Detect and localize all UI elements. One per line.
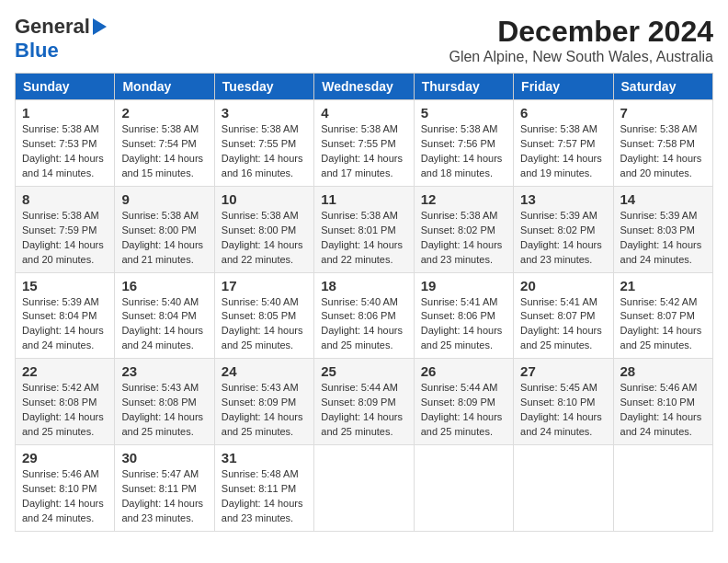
day-number: 4	[321, 105, 406, 121]
calendar-day-cell: 5Sunrise: 5:38 AMSunset: 7:56 PMDaylight…	[414, 100, 513, 187]
calendar-day-cell: 17Sunrise: 5:40 AMSunset: 8:05 PMDayligh…	[214, 272, 313, 359]
calendar-day-cell: 6Sunrise: 5:38 AMSunset: 7:57 PMDaylight…	[514, 100, 613, 187]
calendar-day-cell: 18Sunrise: 5:40 AMSunset: 8:06 PMDayligh…	[314, 272, 414, 359]
logo-blue: Blue	[15, 39, 59, 62]
day-number: 12	[421, 191, 506, 207]
day-info: Sunrise: 5:38 AMSunset: 7:54 PMDaylight:…	[121, 122, 207, 181]
day-info: Sunrise: 5:38 AMSunset: 7:57 PMDaylight:…	[520, 122, 606, 181]
day-info: Sunrise: 5:38 AMSunset: 8:01 PMDaylight:…	[321, 209, 406, 268]
day-number: 29	[22, 450, 108, 465]
day-info: Sunrise: 5:38 AMSunset: 8:00 PMDaylight:…	[222, 209, 307, 268]
day-number: 30	[121, 450, 207, 465]
day-info: Sunrise: 5:39 AMSunset: 8:03 PMDaylight:…	[620, 209, 706, 268]
day-info: Sunrise: 5:47 AMSunset: 8:11 PMDaylight:…	[121, 467, 207, 526]
calendar-day-cell: 24Sunrise: 5:43 AMSunset: 8:09 PMDayligh…	[214, 359, 313, 445]
calendar-header-wednesday: Wednesday	[314, 74, 414, 100]
day-number: 23	[121, 363, 207, 379]
calendar-table: SundayMondayTuesdayWednesdayThursdayFrid…	[15, 73, 713, 532]
day-info: Sunrise: 5:46 AMSunset: 8:10 PMDaylight:…	[620, 381, 706, 440]
day-info: Sunrise: 5:42 AMSunset: 8:08 PMDaylight:…	[22, 381, 108, 440]
calendar-day-cell: 4Sunrise: 5:38 AMSunset: 7:55 PMDaylight…	[314, 100, 414, 187]
day-info: Sunrise: 5:41 AMSunset: 8:07 PMDaylight:…	[520, 295, 606, 354]
day-number: 7	[620, 105, 706, 121]
calendar-header-monday: Monday	[115, 74, 214, 100]
calendar-header-sunday: Sunday	[16, 74, 115, 100]
day-number: 11	[321, 191, 406, 207]
day-number: 28	[620, 363, 706, 379]
calendar-day-cell: 31Sunrise: 5:48 AMSunset: 8:11 PMDayligh…	[214, 445, 313, 532]
calendar-day-cell: 2Sunrise: 5:38 AMSunset: 7:54 PMDaylight…	[115, 100, 214, 187]
day-number: 25	[321, 363, 406, 379]
day-number: 9	[121, 191, 207, 207]
day-number: 5	[421, 105, 506, 121]
calendar-week-row: 1Sunrise: 5:38 AMSunset: 7:53 PMDaylight…	[16, 100, 713, 187]
calendar-day-cell: 10Sunrise: 5:38 AMSunset: 8:00 PMDayligh…	[214, 186, 313, 272]
calendar-week-row: 29Sunrise: 5:46 AMSunset: 8:10 PMDayligh…	[16, 445, 713, 532]
calendar-day-cell: 28Sunrise: 5:46 AMSunset: 8:10 PMDayligh…	[613, 359, 712, 445]
day-info: Sunrise: 5:45 AMSunset: 8:10 PMDaylight:…	[520, 381, 606, 440]
calendar-week-row: 15Sunrise: 5:39 AMSunset: 8:04 PMDayligh…	[16, 272, 713, 359]
day-info: Sunrise: 5:38 AMSunset: 7:55 PMDaylight:…	[321, 122, 406, 181]
day-info: Sunrise: 5:38 AMSunset: 7:55 PMDaylight:…	[222, 122, 307, 181]
calendar-day-cell: 16Sunrise: 5:40 AMSunset: 8:04 PMDayligh…	[115, 272, 214, 359]
day-info: Sunrise: 5:38 AMSunset: 7:56 PMDaylight:…	[421, 122, 506, 181]
day-info: Sunrise: 5:38 AMSunset: 7:53 PMDaylight:…	[22, 122, 108, 181]
day-number: 16	[121, 278, 207, 293]
day-info: Sunrise: 5:46 AMSunset: 8:10 PMDaylight:…	[22, 467, 108, 526]
page-subtitle: Glen Alpine, New South Wales, Australia	[449, 49, 713, 65]
calendar-day-cell: 26Sunrise: 5:44 AMSunset: 8:09 PMDayligh…	[414, 359, 513, 445]
day-info: Sunrise: 5:43 AMSunset: 8:09 PMDaylight:…	[222, 381, 307, 440]
day-number: 31	[222, 450, 307, 465]
day-info: Sunrise: 5:40 AMSunset: 8:05 PMDaylight:…	[222, 295, 307, 354]
calendar-day-cell: 7Sunrise: 5:38 AMSunset: 7:58 PMDaylight…	[613, 100, 712, 187]
logo: General Blue	[15, 15, 107, 63]
calendar-day-cell: 15Sunrise: 5:39 AMSunset: 8:04 PMDayligh…	[16, 272, 115, 359]
calendar-header-row: SundayMondayTuesdayWednesdayThursdayFrid…	[16, 74, 713, 100]
logo-general: General	[15, 15, 90, 39]
calendar-day-cell: 27Sunrise: 5:45 AMSunset: 8:10 PMDayligh…	[514, 359, 613, 445]
day-info: Sunrise: 5:42 AMSunset: 8:07 PMDaylight:…	[620, 295, 706, 354]
calendar-day-cell: 22Sunrise: 5:42 AMSunset: 8:08 PMDayligh…	[16, 359, 115, 445]
day-number: 6	[520, 105, 606, 121]
day-number: 18	[321, 278, 406, 293]
day-info: Sunrise: 5:40 AMSunset: 8:06 PMDaylight:…	[321, 295, 406, 354]
calendar-header-tuesday: Tuesday	[214, 74, 313, 100]
logo-arrow-icon	[93, 18, 107, 35]
day-number: 21	[620, 278, 706, 293]
calendar-week-row: 8Sunrise: 5:38 AMSunset: 7:59 PMDaylight…	[16, 186, 713, 272]
calendar-day-cell: 9Sunrise: 5:38 AMSunset: 8:00 PMDaylight…	[115, 186, 214, 272]
day-info: Sunrise: 5:44 AMSunset: 8:09 PMDaylight:…	[321, 381, 406, 440]
day-number: 15	[22, 278, 108, 293]
calendar-day-cell: 11Sunrise: 5:38 AMSunset: 8:01 PMDayligh…	[314, 186, 414, 272]
day-number: 24	[222, 363, 307, 379]
calendar-day-cell: 1Sunrise: 5:38 AMSunset: 7:53 PMDaylight…	[16, 100, 115, 187]
day-number: 2	[121, 105, 207, 121]
calendar-day-cell: 3Sunrise: 5:38 AMSunset: 7:55 PMDaylight…	[214, 100, 313, 187]
calendar-day-cell: 12Sunrise: 5:38 AMSunset: 8:02 PMDayligh…	[414, 186, 513, 272]
calendar-day-cell: 21Sunrise: 5:42 AMSunset: 8:07 PMDayligh…	[613, 272, 712, 359]
calendar-day-cell: 29Sunrise: 5:46 AMSunset: 8:10 PMDayligh…	[16, 445, 115, 532]
calendar-day-cell: 23Sunrise: 5:43 AMSunset: 8:08 PMDayligh…	[115, 359, 214, 445]
calendar-day-cell: 19Sunrise: 5:41 AMSunset: 8:06 PMDayligh…	[414, 272, 513, 359]
day-number: 1	[22, 105, 108, 121]
day-info: Sunrise: 5:39 AMSunset: 8:04 PMDaylight:…	[22, 295, 108, 354]
day-number: 20	[520, 278, 606, 293]
day-number: 13	[520, 191, 606, 207]
day-info: Sunrise: 5:38 AMSunset: 7:58 PMDaylight:…	[620, 122, 706, 181]
calendar-header-friday: Friday	[514, 74, 613, 100]
day-info: Sunrise: 5:39 AMSunset: 8:02 PMDaylight:…	[520, 209, 606, 268]
calendar-day-cell: 30Sunrise: 5:47 AMSunset: 8:11 PMDayligh…	[115, 445, 214, 532]
day-info: Sunrise: 5:41 AMSunset: 8:06 PMDaylight:…	[421, 295, 506, 354]
day-number: 19	[421, 278, 506, 293]
day-number: 27	[520, 363, 606, 379]
day-number: 22	[22, 363, 108, 379]
calendar-header-thursday: Thursday	[414, 74, 513, 100]
calendar-week-row: 22Sunrise: 5:42 AMSunset: 8:08 PMDayligh…	[16, 359, 713, 445]
calendar-day-cell	[314, 445, 414, 532]
day-number: 17	[222, 278, 307, 293]
calendar-day-cell	[613, 445, 712, 532]
day-info: Sunrise: 5:38 AMSunset: 8:02 PMDaylight:…	[421, 209, 506, 268]
day-number: 14	[620, 191, 706, 207]
day-number: 3	[222, 105, 307, 121]
day-info: Sunrise: 5:38 AMSunset: 8:00 PMDaylight:…	[121, 209, 207, 268]
